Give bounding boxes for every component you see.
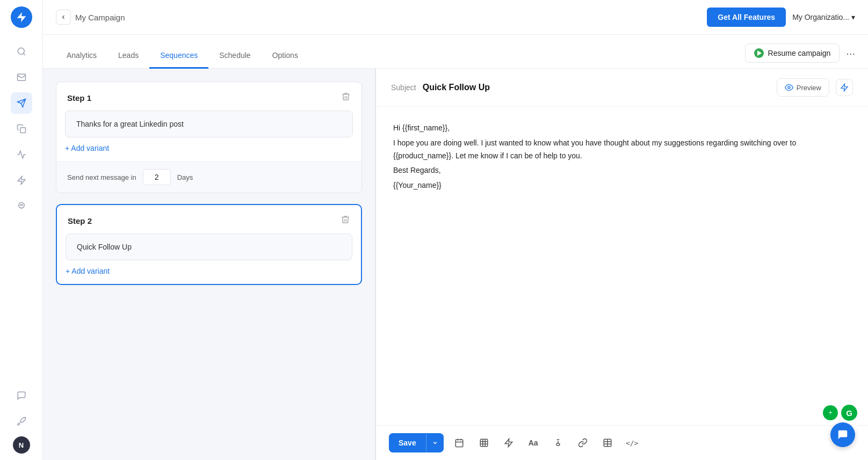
step-2-delete-icon[interactable]: [341, 215, 350, 227]
back-icon: [56, 10, 71, 25]
sidebar-copy-icon[interactable]: [11, 118, 32, 140]
svg-point-8: [788, 86, 790, 89]
tabs-bar: Analytics Leads Sequences Schedule Optio…: [43, 35, 868, 69]
save-dropdown-button[interactable]: [426, 434, 444, 451]
save-button-group: Save: [389, 433, 444, 452]
step-2-card: Step 2 Quick Follow Up + Add variant: [56, 204, 362, 285]
columns-toolbar-icon[interactable]: [598, 434, 617, 452]
preview-label: Preview: [797, 84, 821, 92]
ai-button[interactable]: [836, 79, 853, 96]
app-logo: [11, 6, 32, 28]
step-1-header: Step 1: [56, 82, 361, 111]
svg-rect-14: [480, 439, 488, 447]
code-toolbar-icon[interactable]: </>: [623, 434, 641, 452]
editor-toolbar: Save Aа: [376, 425, 868, 460]
calendar-toolbar-icon[interactable]: [450, 434, 468, 452]
save-button[interactable]: Save: [389, 433, 426, 452]
resume-label: Resume campaign: [768, 49, 831, 57]
days-input[interactable]: [143, 169, 171, 185]
sidebar-messages-icon[interactable]: [11, 385, 32, 406]
step-1-card: Step 1 Thanks for a great Linkedin post …: [56, 82, 362, 193]
body-split: Step 1 Thanks for a great Linkedin post …: [43, 69, 868, 460]
sidebar-chart-icon[interactable]: [11, 144, 32, 165]
back-button[interactable]: My Campaign: [56, 10, 125, 25]
sidebar-send-icon[interactable]: [11, 92, 32, 114]
email-line-2: I hope you are doing well. I just wanted…: [393, 137, 851, 163]
org-label: My Organizatio...: [792, 13, 849, 21]
subject-label: Subject: [391, 83, 416, 92]
svg-point-6: [20, 205, 21, 206]
editor-panel: Subject Quick Follow Up Preview Hi {{fir…: [376, 69, 868, 460]
link-toolbar-icon[interactable]: [574, 434, 592, 452]
content-area: Analytics Leads Sequences Schedule Optio…: [43, 35, 868, 460]
svg-point-0: [18, 48, 24, 54]
tab-actions: Resume campaign ···: [745, 43, 855, 68]
step-2-add-variant-button[interactable]: + Add variant: [66, 267, 110, 275]
org-dropdown[interactable]: My Organizatio... ▾: [792, 13, 855, 21]
get-all-features-button[interactable]: Get All Features: [707, 8, 786, 27]
tab-schedule[interactable]: Schedule: [208, 43, 261, 69]
step-1-variant-1[interactable]: Thanks for a great Linkedin post: [65, 111, 353, 137]
table-toolbar-icon[interactable]: [475, 434, 493, 452]
lightning-toolbar-icon[interactable]: [500, 434, 518, 452]
email-line-4: {{Your_name}}: [393, 179, 851, 192]
tab-sequences[interactable]: Sequences: [149, 43, 208, 69]
tab-leads[interactable]: Leads: [107, 43, 149, 69]
user-avatar[interactable]: N: [13, 436, 30, 454]
sidebar-search-icon[interactable]: [11, 41, 32, 62]
sidebar-mail-icon[interactable]: [11, 67, 32, 88]
campaign-title: My Campaign: [75, 13, 125, 22]
chat-fab-button[interactable]: [830, 422, 855, 447]
preview-button[interactable]: Preview: [777, 78, 829, 97]
brush-toolbar-icon[interactable]: [549, 434, 567, 452]
sidebar-alien-icon[interactable]: [11, 195, 32, 217]
sidebar-rocket-icon[interactable]: [11, 411, 32, 432]
days-unit-label: Days: [177, 173, 193, 181]
grammarly-plus-icon[interactable]: +: [823, 405, 838, 420]
email-line-1: Hi {{first_name}},: [393, 122, 851, 135]
topbar-right: Get All Features My Organizatio... ▾: [707, 8, 855, 27]
sidebar-bolt-icon[interactable]: [11, 170, 32, 191]
send-next-label: Send next message in: [67, 173, 136, 181]
topbar: My Campaign Get All Features My Organiza…: [43, 0, 868, 35]
dropdown-arrow: ▾: [851, 13, 855, 21]
step-1-add-variant-button[interactable]: + Add variant: [65, 144, 109, 152]
play-icon: [754, 48, 764, 58]
subject-bar: Subject Quick Follow Up Preview: [376, 69, 868, 107]
email-body[interactable]: Hi {{first_name}}, I hope you are doing …: [376, 107, 868, 405]
step-2-title: Step 2: [68, 216, 92, 225]
font-toolbar-icon[interactable]: Aа: [524, 434, 542, 452]
svg-point-7: [21, 205, 23, 206]
step-2-header: Step 2: [57, 205, 361, 233]
main-area: My Campaign Get All Features My Organiza…: [43, 0, 868, 460]
step-1-delete-icon[interactable]: [341, 92, 351, 104]
svg-rect-4: [20, 128, 25, 133]
subject-value: Quick Follow Up: [423, 83, 770, 92]
resume-campaign-button[interactable]: Resume campaign: [745, 43, 840, 63]
sidebar-bottom: N: [11, 385, 32, 454]
svg-point-5: [18, 202, 24, 208]
sidebar: N: [0, 0, 43, 460]
svg-rect-1: [17, 74, 25, 81]
email-line-3: Best Regards,: [393, 164, 851, 177]
tab-analytics[interactable]: Analytics: [56, 43, 107, 69]
steps-panel: Step 1 Thanks for a great Linkedin post …: [43, 69, 376, 460]
svg-marker-9: [841, 84, 848, 91]
grammarly-icon[interactable]: G: [841, 405, 857, 421]
step-1-title: Step 1: [67, 93, 91, 103]
step-1-footer: Send next message in Days: [56, 161, 361, 193]
svg-rect-10: [455, 440, 463, 447]
tab-options[interactable]: Options: [262, 43, 309, 69]
step-2-variant-1[interactable]: Quick Follow Up: [66, 233, 352, 260]
more-options-button[interactable]: ···: [846, 47, 855, 60]
